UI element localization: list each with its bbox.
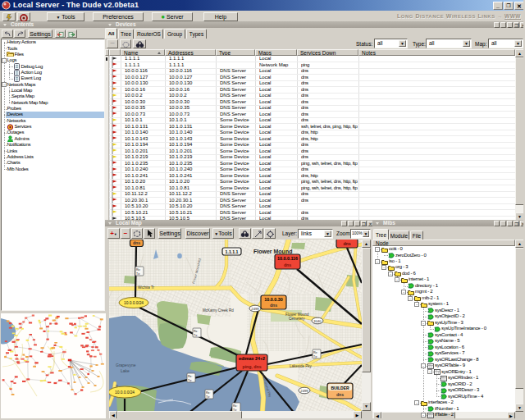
svg-text:Flower Mound: Flower Mound: [253, 249, 292, 254]
svg-text:10.0.0.116: 10.0.0.116: [277, 256, 298, 261]
svg-text:Rx:: Rx:: [136, 268, 140, 272]
svg-text:dns: dns: [270, 303, 277, 308]
svg-text:10.0.0.0/24: 10.0.0.0/24: [115, 390, 135, 395]
svg-text:Lake: Lake: [121, 368, 130, 373]
svg-text:Rx:: Rx:: [188, 375, 192, 378]
svg-text:edimax 24+2: edimax 24+2: [239, 356, 265, 361]
svg-text:2499: 2499: [300, 389, 308, 393]
svg-text:Cemetery: Cemetery: [289, 317, 305, 321]
svg-text:Tx:: Tx:: [206, 395, 210, 399]
svg-text:dns: dns: [133, 240, 140, 245]
svg-text:Rx:: Rx:: [206, 391, 210, 395]
svg-text:Wichita Tr: Wichita Tr: [138, 285, 155, 290]
svg-text:ping, dns: ping, dns: [242, 364, 261, 369]
svg-text:Lakeside Pky: Lakeside Pky: [290, 364, 313, 368]
svg-text:dns: dns: [336, 392, 344, 397]
svg-text:10.0.0.0/24: 10.0.0.0/24: [124, 301, 144, 305]
svg-text:1.1.1.1: 1.1.1.1: [226, 249, 239, 254]
svg-text:McKamy Creek Rd: McKamy Creek Rd: [203, 308, 234, 313]
svg-text:Rx:: Rx:: [233, 404, 237, 408]
svg-text:dns: dns: [284, 262, 291, 267]
svg-text:Grapevyne: Grapevyne: [116, 363, 136, 368]
svg-text:Tx:: Tx:: [188, 379, 192, 382]
svg-text:10.0.0.30: 10.0.0.30: [264, 297, 282, 302]
svg-text:3040: 3040: [313, 319, 322, 323]
svg-text:Tx:: Tx:: [194, 334, 198, 337]
svg-text:2499: 2499: [251, 307, 259, 311]
svg-text:Rx:: Rx:: [194, 330, 198, 333]
svg-text:dns: dns: [343, 241, 350, 246]
svg-text:Rx:: Rx:: [313, 351, 317, 354]
svg-text:Tx:: Tx:: [313, 355, 317, 358]
svg-text:BUILDER: BUILDER: [331, 386, 349, 390]
svg-text:Tx:: Tx:: [136, 272, 140, 276]
